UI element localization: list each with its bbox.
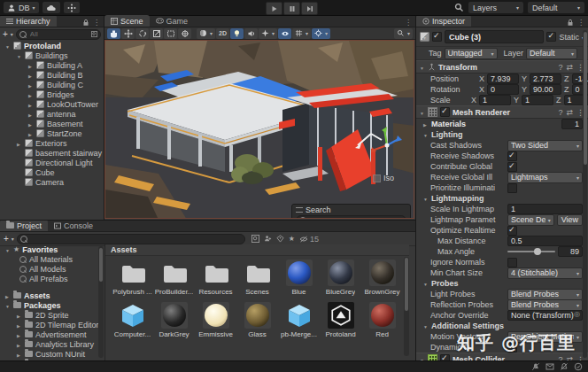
tree-item[interactable]: Bridges	[0, 89, 104, 99]
scale-tool-button[interactable]	[150, 28, 163, 39]
receive-shadows-checkbox[interactable]	[507, 151, 517, 161]
active-checkbox[interactable]	[432, 32, 442, 42]
foldout-icon[interactable]	[420, 63, 425, 72]
favorites-filter-icon[interactable]: ★	[289, 235, 295, 243]
asset-item[interactable]: BlueGrey	[320, 260, 361, 296]
min-chart-size-dropdown[interactable]: 4 (Stitchable)	[507, 267, 583, 279]
tab-project[interactable]: Project	[0, 220, 48, 231]
rotate-tool-button[interactable]	[135, 28, 149, 39]
pause-button[interactable]	[283, 2, 300, 15]
create-asset-button[interactable]: +	[4, 234, 14, 244]
asset-breadcrumb[interactable]: Assets	[105, 244, 409, 256]
optimize-realtime-checkbox[interactable]	[507, 226, 517, 236]
audio-toggle-button[interactable]	[244, 28, 258, 39]
gameobject-icon[interactable]	[420, 32, 429, 42]
saved-search-icon[interactable]	[251, 235, 259, 243]
view-button[interactable]: View	[557, 214, 583, 226]
console-message-icon[interactable]	[545, 362, 554, 371]
scale-in-lightmap-field[interactable]: 1	[507, 204, 583, 214]
account-button[interactable]: DB	[4, 2, 39, 13]
tab-game[interactable]: Game	[150, 15, 195, 27]
prioritize-checkbox[interactable]	[507, 183, 517, 193]
tree-item[interactable]: Directional Light	[0, 158, 104, 167]
cloud-button[interactable]	[43, 2, 60, 13]
help-icon[interactable]: ?	[558, 108, 562, 117]
foldout-icon[interactable]	[423, 120, 429, 128]
asset-item[interactable]: ProBuilder...	[153, 260, 195, 296]
tab-console[interactable]: Console	[48, 220, 99, 231]
hierarchy-menu-icon[interactable]: ⋮	[93, 19, 100, 27]
progress-status-icon[interactable]	[574, 362, 583, 371]
cache-server-icon[interactable]	[560, 362, 569, 371]
materials-row[interactable]: Materials 1	[416, 119, 588, 129]
component-enabled-checkbox[interactable]	[440, 107, 450, 117]
hidden-count-indicator[interactable]: 15	[299, 235, 319, 244]
presets-icon[interactable]: ⇄	[566, 108, 573, 117]
search-overlay-header[interactable]: Search	[292, 205, 410, 214]
label-icon[interactable]	[276, 235, 284, 243]
tag-dropdown[interactable]: Untagged	[445, 48, 498, 59]
tree-item[interactable]: Custom NUnit	[0, 349, 104, 359]
tree-item[interactable]: basement stairway v	[0, 148, 104, 158]
foldout-icon[interactable]	[17, 340, 22, 349]
layout-dropdown[interactable]: Default	[528, 2, 584, 13]
ignore-normals-checkbox[interactable]	[507, 258, 517, 267]
search-icon[interactable]	[454, 3, 464, 12]
inspector-scrollbar[interactable]	[583, 30, 587, 358]
foldout-icon[interactable]	[17, 311, 22, 320]
grid-dropdown[interactable]	[292, 28, 311, 39]
foldout-icon[interactable]	[423, 322, 429, 330]
foldout-icon[interactable]	[28, 120, 34, 128]
iso-indicator[interactable]: Iso	[373, 174, 394, 182]
cast-shadows-dropdown[interactable]: Two Sided	[507, 140, 583, 151]
additional-settings-section[interactable]: Additional Settings	[416, 321, 588, 331]
lock-icon[interactable]	[567, 19, 574, 27]
scene-menu-icon[interactable]: ⋮	[405, 19, 412, 27]
foldout-icon[interactable]	[5, 291, 11, 300]
layers-dropdown[interactable]: Layers	[468, 2, 523, 13]
foldout-icon[interactable]	[28, 61, 34, 70]
foldout-icon[interactable]	[5, 42, 11, 50]
tree-item[interactable]: LookOutTower	[0, 99, 104, 109]
collab-button[interactable]	[64, 2, 80, 13]
effects-dropdown[interactable]	[259, 28, 277, 39]
move-tool-button[interactable]	[121, 28, 135, 39]
foldout-icon[interactable]	[5, 301, 11, 310]
tree-item[interactable]: Exteriors	[0, 138, 104, 148]
asset-item[interactable]: Polybrush ...	[112, 260, 153, 296]
tab-hierarchy[interactable]: Hierarchy	[0, 16, 57, 27]
foldout-icon[interactable]	[17, 51, 22, 60]
tree-item[interactable]: Advertisement	[0, 329, 104, 339]
scale-x-field[interactable]: 1	[479, 95, 511, 105]
foldout-icon[interactable]	[17, 350, 22, 359]
tree-item[interactable]: Building C	[0, 80, 104, 89]
gizmos-dropdown[interactable]	[312, 28, 330, 39]
contribute-gi-checkbox[interactable]	[507, 162, 517, 172]
collab-filter-icon[interactable]	[264, 235, 272, 243]
asset-item[interactable]: BrownGrey	[361, 260, 403, 296]
foldout-icon[interactable]	[17, 330, 22, 339]
tree-item[interactable]: antenna	[0, 109, 104, 119]
step-button[interactable]	[301, 2, 318, 15]
tree-item[interactable]: All Models	[0, 264, 104, 274]
foldout-icon[interactable]	[28, 110, 34, 119]
tree-item[interactable]: Cube	[0, 167, 104, 177]
tree-item[interactable]: 2D Tilemap Editor	[0, 320, 104, 329]
asset-item[interactable]: Red	[361, 302, 403, 338]
scene-search-dropdown[interactable]	[394, 28, 413, 39]
materials-count-field[interactable]: 1	[561, 119, 583, 129]
gameobject-name-field[interactable]	[445, 30, 544, 43]
help-icon[interactable]: ?	[558, 63, 562, 72]
receive-gi-dropdown[interactable]: Lightmaps	[507, 172, 583, 183]
max-distance-field[interactable]: 0.5	[507, 236, 583, 246]
mesh-renderer-header[interactable]: Mesh Renderer ?⇄⋮	[416, 105, 588, 119]
scene-visibility-button[interactable]	[278, 28, 291, 39]
foldout-icon[interactable]	[28, 90, 34, 99]
max-angle-field[interactable]: 89	[558, 246, 583, 257]
foldout-icon[interactable]	[420, 108, 425, 117]
tree-item[interactable]: Building A	[0, 60, 104, 70]
tree-item[interactable]: Protoland	[0, 41, 104, 50]
foldout-icon[interactable]	[17, 321, 22, 329]
rect-tool-button[interactable]	[164, 28, 177, 39]
tree-item[interactable]: Basement	[0, 119, 104, 128]
